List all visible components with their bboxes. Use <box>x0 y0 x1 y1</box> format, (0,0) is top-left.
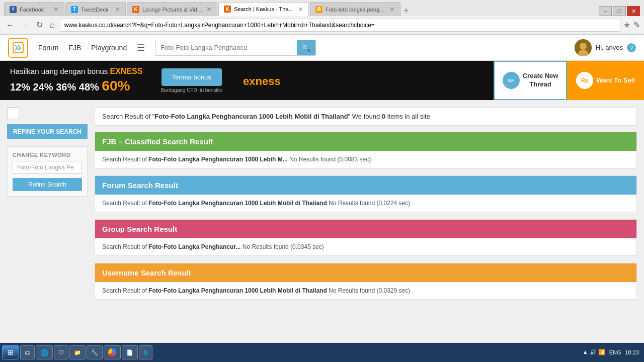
tab-lounge-label: Lounge Pictures & Video... <box>142 7 203 13</box>
banner-row: Hasilkan uang dengan bonus EXNESS 12% 24… <box>0 61 644 100</box>
forum-body-keyword: Foto-Foto Langka Penghancuran 1000 Lebih… <box>148 200 327 207</box>
home-button[interactable]: ⌂ <box>48 20 57 31</box>
tab-foto-foto-close[interactable]: ✕ <box>389 6 395 13</box>
url-input[interactable] <box>60 19 620 32</box>
lounge-favicon: K <box>132 6 139 13</box>
taskbar-firefox[interactable]: 🌐 <box>36 345 53 359</box>
minimize-button[interactable]: – <box>599 6 612 16</box>
banner-brand: EXNESS <box>110 67 143 75</box>
banner-text-block: Hasilkan uang dengan bonus EXNESS 12% 24… <box>10 67 142 94</box>
summary-prefix: Search Result of " <box>102 113 154 120</box>
start-button[interactable]: ⊞ <box>2 345 19 359</box>
want-to-sell-button[interactable]: Rp Want To Sell <box>567 61 644 100</box>
taskbar: ⊞ 🗂 🌐 🛡 📁 🔧 📄 S ▲ 🔊 📶 ENG 10:23 <box>0 343 644 362</box>
taskbar-file-explorer[interactable]: 🗂 <box>20 345 35 359</box>
refine-search-button[interactable]: Refine Search <box>13 178 82 191</box>
search-button[interactable]: 🔍 <box>297 40 315 56</box>
antivirus-icon: 🛡 <box>58 349 64 355</box>
taskbar-app2[interactable]: 🔧 <box>87 345 103 359</box>
avatar-image <box>575 39 592 56</box>
tweetdeck-favicon: T <box>71 6 78 13</box>
bookmark-star-icon[interactable]: ★ <box>623 20 630 30</box>
tab-foto-foto[interactable]: B Foto-foto langka penghar... ✕ <box>310 2 400 16</box>
tab-search-kaskus-label: Search | Kaskus - The Larg... <box>234 6 295 12</box>
forum-body-suffix: No Results found (0.0224 sec) <box>327 200 410 207</box>
search-bar: 🔍 <box>155 40 316 56</box>
taskbar-app3[interactable]: 📄 <box>122 345 138 359</box>
maximize-button[interactable]: □ <box>613 6 626 16</box>
fjb-result-section: FJB – Classified Search Result Search Re… <box>95 132 637 168</box>
username-body-prefix: Search Result of <box>102 287 148 294</box>
action-buttons: ✏ Create New Thread Rp Want To Sell <box>494 61 644 100</box>
taskbar-chrome[interactable] <box>104 345 121 359</box>
header-right: Hi, arivos ? <box>575 39 636 56</box>
tab-search-kaskus-close[interactable]: ✕ <box>298 6 303 13</box>
taskbar-skype[interactable]: S <box>139 345 152 359</box>
search-summary: Search Result of "Foto-Foto Langka Pengh… <box>95 107 637 126</box>
tab-search-kaskus[interactable]: K Search | Kaskus - The Larg... ✕ <box>218 2 309 16</box>
nav-forum[interactable]: Forum <box>38 44 58 52</box>
banner-pct-list: 12% 24% 36% 48% <box>10 81 99 93</box>
username-result-section: Username Search Result Search Result of … <box>95 263 637 300</box>
close-button[interactable]: ✕ <box>627 6 640 16</box>
reload-button[interactable]: ↻ <box>34 19 45 31</box>
username-result-body: Search Result of Foto-Foto Langka Pengha… <box>95 282 636 299</box>
group-result-section: Group Search Result Search Result of Fot… <box>95 219 637 256</box>
sell-label: Want To Sell <box>596 76 635 85</box>
tab-foto-foto-label: Foto-foto langka penghar... <box>326 7 386 13</box>
create-thread-line2: Thread <box>523 80 558 89</box>
refine-your-search-button[interactable]: REFINE YOUR SEARCH <box>7 124 88 139</box>
tab-tweetdeck[interactable]: T TweetDeck ✕ <box>65 2 126 16</box>
tab-facebook-close[interactable]: ✕ <box>53 6 59 13</box>
taskbar-system-tray: ▲ 🔊 📶 ENG 10:23 <box>583 349 642 356</box>
svg-text:exness: exness <box>243 75 281 87</box>
exness-logo-icon: exness <box>240 70 281 90</box>
help-icon[interactable]: ? <box>627 43 636 52</box>
windows-logo-icon: ⊞ <box>8 348 14 356</box>
banner-prefix: Hasilkan uang dengan bonus <box>10 67 108 75</box>
group-body-suffix: No Results found (0.0345 sec) <box>240 243 324 250</box>
banner: Hasilkan uang dengan bonus EXNESS 12% 24… <box>0 61 494 100</box>
user-greeting: Hi, arivos <box>596 44 623 51</box>
keyword-input[interactable] <box>13 161 82 174</box>
banner-cta: Terima bonus Berdagang CFD itu berisiko <box>160 68 222 93</box>
taskbar-antivirus[interactable]: 🛡 <box>54 345 68 359</box>
tab-lounge-close[interactable]: ✕ <box>206 6 212 13</box>
banner-sub-text: Berdagang CFD itu berisiko <box>160 87 222 93</box>
taskbar-folder[interactable]: 📁 <box>69 345 86 359</box>
kaskus-logo[interactable] <box>8 38 28 58</box>
nav-fjb[interactable]: FJB <box>68 44 81 52</box>
username-body-keyword: Foto-Foto Langka Penghancuran 1000 Lebih… <box>148 287 327 294</box>
search-kaskus-favicon: K <box>224 6 231 13</box>
group-result-header: Group Search Result <box>95 220 636 238</box>
nav-playground[interactable]: Playground <box>91 44 127 52</box>
back-button[interactable]: ← <box>4 20 16 31</box>
time-display: 10:23 <box>625 349 639 356</box>
banner-headline: Hasilkan uang dengan bonus EXNESS <box>10 67 142 76</box>
summary-count-suffix: items in all site <box>385 113 430 120</box>
new-tab-button[interactable]: + <box>401 6 411 16</box>
sell-icon: Rp <box>576 72 593 89</box>
file-explorer-icon: 🗂 <box>25 349 30 355</box>
banner-percentages: 12% 24% 36% 48% 60% <box>10 78 142 94</box>
checkbox[interactable] <box>7 107 19 119</box>
search-input[interactable] <box>155 42 297 53</box>
forward-button[interactable]: → <box>19 20 31 31</box>
browser-menu-icon[interactable]: ✎ <box>633 20 640 30</box>
firefox-icon: 🌐 <box>40 349 48 356</box>
address-bar: ← → ↻ ⌂ ★ ✎ <box>0 16 644 34</box>
terima-bonus-button[interactable]: Terima bonus <box>162 68 222 86</box>
tab-tweetdeck-close[interactable]: ✕ <box>115 6 120 13</box>
skype-icon: S <box>143 349 148 356</box>
tabs-bar: f Facebook ✕ T TweetDeck ✕ K Lounge Pict… <box>0 0 644 16</box>
hamburger-menu-icon[interactable]: ☰ <box>137 42 145 53</box>
app2-icon: 🔧 <box>91 349 98 356</box>
fjb-body-suffix: No Results found (0.0083 sec) <box>288 156 371 163</box>
tab-facebook[interactable]: f Facebook ✕ <box>4 2 64 16</box>
create-new-thread-button[interactable]: ✏ Create New Thread <box>494 61 568 100</box>
forum-body-prefix: Search Result of <box>102 200 148 207</box>
system-tray-icons: ▲ 🔊 📶 <box>583 349 605 355</box>
facebook-favicon: f <box>10 6 17 13</box>
kaskus-logo-icon <box>12 42 24 54</box>
tab-lounge[interactable]: K Lounge Pictures & Video... ✕ <box>127 2 217 16</box>
